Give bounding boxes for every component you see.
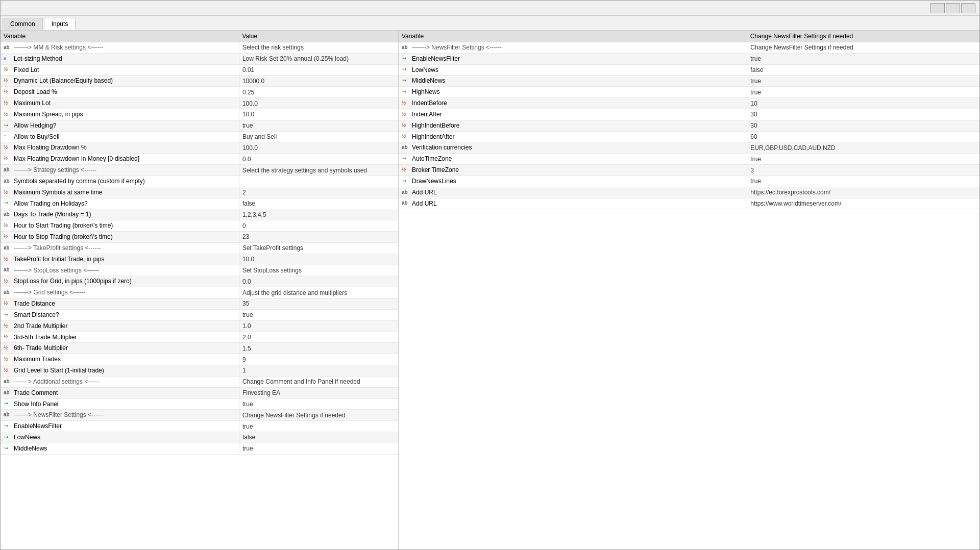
right-col-value: Change NewsFilter Settings if needed [747, 31, 979, 42]
table-row: ab-------> MM & Risk settings <------Sel… [1, 42, 398, 54]
table-row: ½Max Floating Drawdown %100.0 [1, 142, 398, 154]
table-row: abDays To Trade (Monday = 1)1,2,3,4,5 [1, 209, 398, 220]
title-bar [1, 1, 979, 16]
table-row: ab-------> NewsFilter Settings <------Ch… [399, 42, 979, 54]
table-row: abSymbols separated by comma (custom if … [1, 176, 398, 187]
table-row: ½Hour to Start Trading (broker\'s time)0 [1, 220, 398, 232]
right-panel: Variable Change NewsFilter Settings if n… [399, 31, 979, 549]
table-row: ≡Lot-sizing MethodLow Risk Set 20% annua… [1, 53, 398, 64]
table-row: ↪HighNewstrue [399, 87, 979, 98]
table-row: ½HighIndentAfter60 [399, 131, 979, 142]
table-row: ½3rd-5th Trade Multiplier2.0 [1, 332, 398, 343]
main-window: Common Inputs Variable Value ab-------> … [0, 0, 980, 550]
right-col-variable: Variable [399, 31, 747, 42]
table-row: ½Dynamic Lot (Balance/Equity based)10000… [1, 76, 398, 87]
table-row: ½TakeProfit for Initial Trade, in pips10… [1, 254, 398, 265]
table-row: ½Maximum Symbols at same time2 [1, 187, 398, 198]
table-row: ab-------> Grid settings <------Adjust t… [1, 287, 398, 298]
table-row: ½Trade Distance35 [1, 298, 398, 310]
table-row: ½Broker TimeZone3 [399, 165, 979, 176]
table-row: ↪Allow Hedging?true [1, 120, 398, 131]
tab-inputs[interactable]: Inputs [44, 18, 76, 30]
table-row: ½Maximum Spread, in pips10.0 [1, 109, 398, 120]
table-row: ↪MiddleNewstrue [399, 76, 979, 87]
maximize-button[interactable] [946, 3, 960, 13]
table-row: ½HighIndentBefore30 [399, 120, 979, 131]
table-row: ≡Allow to Buy/SellBuy and Sell [1, 131, 398, 142]
left-col-value: Value [239, 31, 398, 42]
table-row: ½Deposit Load %0.25 [1, 87, 398, 98]
left-col-variable: Variable [1, 31, 239, 42]
table-row: ½Grid Level to Start (1-initial trade)1 [1, 365, 398, 377]
minimize-button[interactable] [930, 3, 945, 13]
left-params-table: Variable Value ab-------> MM & Risk sett… [1, 31, 398, 455]
table-row: ½Max Floating Drawdown in Money [0-disab… [1, 154, 398, 165]
table-row: ↪Show Info Paneltrue [1, 398, 398, 410]
table-row: ↪MiddleNewstrue [1, 443, 398, 454]
table-row: ↪EnableNewsFiltertrue [399, 53, 979, 64]
table-row: ↪LowNewsfalse [399, 64, 979, 76]
table-row: ½2nd Trade Multiplier1.0 [1, 320, 398, 332]
table-row: ↪Smart Distance?true [1, 309, 398, 320]
table-row: ↪DrawNewsLinestrue [399, 176, 979, 187]
table-row: abVerification currenciesEUR,GBP,USD,CAD… [399, 142, 979, 154]
table-row: abTrade CommentFinvesting EA [1, 387, 398, 398]
table-row: ↪Allow Trading on Holidays?false [1, 198, 398, 209]
table-row: abAdd URLhttps://ec.forexprostools.com/ [399, 187, 979, 198]
table-row: ½StopLoss for Grid, in pips (1000pips if… [1, 276, 398, 287]
table-row: ½Hour to Stop Trading (broker\'s time)23 [1, 232, 398, 243]
main-content: Variable Value ab-------> MM & Risk sett… [1, 31, 979, 549]
table-row: ½Maximum Trades9 [1, 354, 398, 365]
table-row: ½6th- Trade Multiplier1.5 [1, 343, 398, 354]
window-controls [930, 3, 975, 13]
tab-common[interactable]: Common [3, 18, 43, 30]
table-row: ½IndentAfter30 [399, 109, 979, 120]
table-row: ab-------> TakeProfit settings <------Se… [1, 242, 398, 254]
table-row: abAdd URLhttps://www.worldtimeserver.com… [399, 198, 979, 209]
right-params-table: Variable Change NewsFilter Settings if n… [399, 31, 979, 209]
table-row: ½IndentBefore10 [399, 98, 979, 109]
table-row: ab-------> StopLoss settings <------Set … [1, 265, 398, 276]
table-row: ab-------> NewsFilter Settings <------Ch… [1, 410, 398, 421]
tab-bar: Common Inputs [1, 16, 979, 31]
close-button[interactable] [961, 3, 975, 13]
table-row: ↪LowNewsfalse [1, 432, 398, 443]
table-row: ↪AutoTimeZonetrue [399, 154, 979, 165]
table-row: ½Fixed Lot0.01 [1, 64, 398, 76]
table-row: ab-------> Additional settings <------Ch… [1, 376, 398, 387]
table-row: ab-------> Strategy settings <------Sele… [1, 165, 398, 176]
left-panel: Variable Value ab-------> MM & Risk sett… [1, 31, 399, 549]
table-row: ↪EnableNewsFiltertrue [1, 421, 398, 432]
table-row: ½Maximum Lot100.0 [1, 98, 398, 109]
